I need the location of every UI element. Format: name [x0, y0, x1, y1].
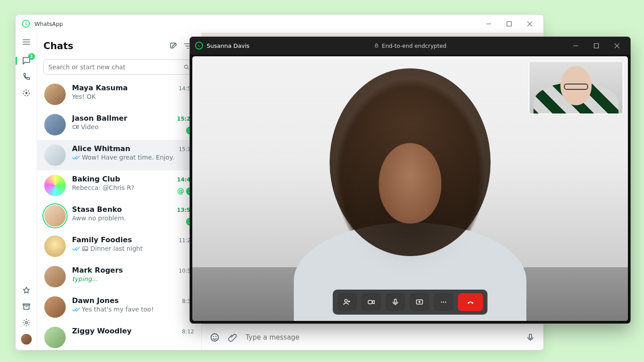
chat-avatar [44, 175, 66, 196]
search-bar[interactable] [43, 59, 195, 75]
chat-preview-text: Aww no problem. [72, 215, 126, 222]
svg-point-10 [213, 336, 214, 337]
message-input[interactable] [246, 333, 517, 341]
chat-preview: Video [72, 123, 194, 130]
whatsapp-logo-icon [195, 42, 203, 50]
chat-list[interactable]: Maya Kasuma 14:55 Yes! OK Jason Ballmer … [37, 79, 201, 350]
chat-name: Alice Whitman [72, 144, 130, 153]
chat-avatar [44, 205, 66, 227]
lock-icon [374, 43, 379, 48]
call-encryption-status: End-to-end endcrypted [374, 42, 447, 49]
more-options-button[interactable] [434, 293, 453, 311]
svg-point-4 [25, 322, 27, 324]
end-call-button[interactable] [458, 293, 483, 311]
chat-preview: Wow! Have great time. Enjoy. [72, 154, 194, 161]
chat-item[interactable]: Dawn Jones 8:31 Yes that's my fave too! [37, 292, 201, 322]
svg-point-20 [441, 302, 442, 303]
call-minimize-button[interactable] [565, 39, 586, 52]
nav-chats[interactable]: 3 [21, 56, 31, 66]
chat-preview: Rebecca: @Chris R? [72, 184, 194, 191]
chat-preview: Yes that's my fave too! [72, 306, 194, 313]
nav-settings[interactable] [21, 318, 31, 328]
chat-item[interactable]: Mark Rogers 10:55 typing... [37, 261, 201, 292]
svg-rect-18 [394, 299, 397, 303]
call-controls [333, 290, 487, 315]
add-participant-button[interactable] [337, 293, 357, 311]
chat-item[interactable]: Ziggy Woodley 8:12 [37, 322, 201, 350]
svg-rect-1 [507, 21, 511, 26]
toggle-mic-button[interactable] [386, 293, 405, 311]
toggle-video-button[interactable] [361, 293, 381, 311]
svg-point-5 [185, 65, 188, 68]
attach-icon[interactable] [228, 333, 237, 342]
chat-item[interactable]: Alice Whitman 15:10 Wow! Have great time… [37, 140, 201, 170]
chat-item[interactable]: Baking Club 14:45 Rebecca: @Chris R? @1 [37, 170, 201, 201]
new-chat-button[interactable] [166, 39, 181, 53]
chat-list-title: Chats [43, 41, 166, 51]
whatsapp-logo-icon [22, 20, 30, 28]
chat-item[interactable]: Family Foodies 11:23 Dinner last night [37, 231, 201, 261]
hamburger-icon[interactable] [21, 37, 31, 47]
chat-preview: Yes! OK [72, 93, 194, 100]
chat-name: Ziggy Woodley [72, 327, 131, 335]
svg-point-13 [195, 42, 203, 49]
chat-item[interactable]: Jason Ballmer 15:22 Video 3 [37, 109, 201, 140]
app-title: WhatsApp [34, 21, 63, 27]
me-avatar[interactable] [21, 334, 32, 345]
self-view[interactable] [529, 61, 623, 114]
svg-point-9 [211, 333, 219, 341]
chat-name: Family Foodies [72, 236, 132, 244]
chat-preview-text: Rebecca: @Chris R? [72, 184, 135, 191]
chat-name: Jason Ballmer [72, 114, 127, 122]
nav-starred[interactable] [21, 286, 31, 295]
chat-list-panel: Chats Maya Kasuma 14:55 Yes! OK [37, 33, 202, 350]
chat-avatar [44, 114, 66, 135]
titlebar: WhatsApp [16, 15, 543, 33]
chat-preview-text: Yes that's my fave too! [82, 306, 154, 313]
nav-calls[interactable] [21, 72, 31, 82]
chat-preview-text: typing... [72, 275, 98, 282]
chat-item[interactable]: Maya Kasuma 14:55 Yes! OK [37, 79, 201, 109]
svg-rect-17 [368, 300, 372, 304]
svg-point-21 [443, 302, 444, 303]
window-minimize-button[interactable] [478, 17, 499, 30]
window-close-button[interactable] [519, 17, 540, 30]
call-close-button[interactable] [606, 39, 627, 52]
window-maximize-button[interactable] [499, 17, 519, 30]
chat-avatar [44, 144, 66, 166]
call-peer-name: Susanna Davis [207, 42, 250, 49]
nav-archived[interactable] [21, 302, 31, 311]
nav-status[interactable] [21, 88, 31, 98]
chat-name: Maya Kasuma [72, 84, 128, 92]
chat-preview-text: Dinner last night [90, 245, 143, 252]
chat-avatar [44, 266, 66, 287]
search-icon [183, 64, 190, 71]
svg-point-11 [216, 336, 216, 337]
svg-rect-12 [530, 334, 532, 338]
chat-preview-text: Wow! Have great time. Enjoy. [82, 154, 174, 161]
chat-preview: typing... [72, 275, 194, 282]
share-screen-button[interactable] [410, 293, 429, 311]
svg-point-22 [445, 302, 446, 303]
call-video-area [192, 56, 628, 321]
chat-preview-text: Yes! OK [72, 93, 96, 100]
chat-avatar [44, 236, 66, 257]
chat-name: Baking Club [72, 175, 120, 183]
search-input[interactable] [48, 63, 180, 71]
chat-preview-text: Video [81, 123, 98, 130]
svg-rect-6 [73, 126, 76, 129]
chat-preview: Dinner last night [72, 245, 194, 252]
message-composer [202, 324, 543, 350]
chat-name: Mark Rogers [72, 266, 123, 274]
emoji-icon[interactable] [210, 333, 220, 342]
chats-unread-badge: 3 [28, 53, 35, 60]
mention-icon: @ [177, 187, 184, 195]
chat-item[interactable]: Stasa Benko 13:54 Aww no problem. 2 [37, 201, 201, 231]
svg-point-8 [84, 248, 85, 248]
svg-rect-14 [375, 45, 378, 47]
call-maximize-button[interactable] [586, 39, 606, 52]
video-call-window: Susanna Davis End-to-end endcrypted [190, 37, 631, 324]
mic-icon[interactable] [525, 333, 535, 342]
svg-point-3 [25, 92, 27, 94]
chat-avatar [44, 84, 66, 105]
